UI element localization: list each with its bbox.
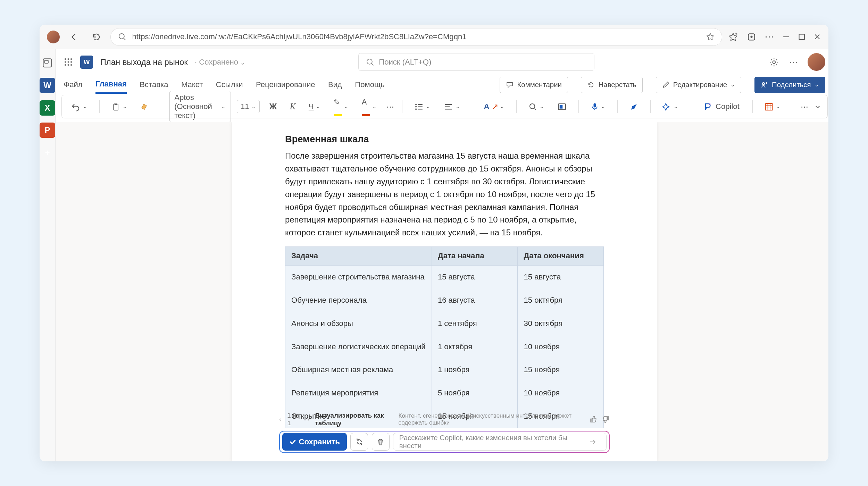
waffle-icon[interactable] xyxy=(64,57,73,67)
immersive-button[interactable] xyxy=(553,100,570,113)
rail-add-icon[interactable]: + xyxy=(40,145,55,160)
saved-status[interactable]: · Сохранено ⌄ xyxy=(195,58,245,67)
svg-point-22 xyxy=(530,104,535,109)
table-cell: 1 ноября xyxy=(432,358,518,382)
svg-point-26 xyxy=(709,103,711,105)
collections-icon[interactable] xyxy=(746,32,757,42)
comments-button[interactable]: Комментарии xyxy=(500,77,568,93)
table-cell: 15 августа xyxy=(432,265,518,288)
bold-button[interactable]: Ж xyxy=(266,100,280,113)
viz-label[interactable]: Визуализировать как таблицу xyxy=(315,412,393,427)
copilot-button[interactable]: Copilot xyxy=(699,100,744,113)
tab-insert[interactable]: Вставка xyxy=(140,77,168,93)
table-cell: 15 октября xyxy=(518,289,604,312)
rail-excel-icon[interactable]: X xyxy=(40,100,55,116)
word-app: W План выхода на рынок · Сохранено ⌄ Пои… xyxy=(56,49,828,461)
discard-button[interactable] xyxy=(372,433,390,451)
share-button[interactable]: Поделиться ⌄ xyxy=(754,77,825,93)
designer-button[interactable]: ⌄ xyxy=(659,100,682,113)
svg-point-15 xyxy=(773,61,775,64)
timeline-table: Задача Дата начала Дата окончания Заверш… xyxy=(285,246,604,428)
th-end: Дата окончания xyxy=(518,246,604,265)
svg-point-8 xyxy=(65,61,66,63)
send-icon[interactable] xyxy=(589,438,600,446)
keep-button[interactable]: Сохранить xyxy=(282,433,347,451)
tab-file[interactable]: Файл xyxy=(64,77,82,93)
tab-references[interactable]: Ссылки xyxy=(216,77,243,93)
prev-suggestion-icon[interactable]: ‹ xyxy=(279,416,281,423)
copilot-action-bar: Сохранить Расскажите Copilot, какие изме… xyxy=(279,431,610,453)
word-app-icon[interactable]: W xyxy=(80,56,93,68)
more-icon[interactable]: ⋯ xyxy=(765,31,774,42)
search-icon xyxy=(366,58,374,66)
styles-button[interactable]: A ⌄ xyxy=(480,100,508,113)
tab-review[interactable]: Рецензирование xyxy=(256,77,315,93)
document-title[interactable]: План выхода на рынок xyxy=(100,57,188,67)
svg-rect-4 xyxy=(45,60,48,63)
pager-label: 1 из 1 xyxy=(287,412,301,427)
tab-help[interactable]: Помощь xyxy=(355,77,384,93)
favorites-icon[interactable] xyxy=(728,32,738,42)
user-avatar[interactable] xyxy=(808,53,825,71)
svg-point-5 xyxy=(65,58,66,60)
table-cell: 30 октября xyxy=(518,312,604,335)
search-placeholder: Поиск (ALT+Q) xyxy=(379,58,431,67)
table-cell: 10 ноября xyxy=(518,382,604,405)
browser-window: https://onedrive.live.com/:w:/t/EaCKkPs6… xyxy=(40,25,828,461)
svg-point-11 xyxy=(65,64,66,66)
find-button[interactable]: ⌄ xyxy=(525,100,548,113)
tab-home[interactable]: Главная xyxy=(95,76,127,94)
table-cell: Репетиция мероприятия xyxy=(285,382,432,405)
star-add-icon[interactable] xyxy=(706,32,715,41)
minimize-button[interactable] xyxy=(782,33,790,41)
document-canvas[interactable]: Временная шкала После завершения строите… xyxy=(56,122,828,461)
table-cell: 1 сентября xyxy=(432,312,518,335)
svg-point-0 xyxy=(119,34,124,39)
editor-button[interactable] xyxy=(626,100,642,113)
align-button[interactable]: ⌄ xyxy=(440,100,463,113)
next-suggestion-icon[interactable]: › xyxy=(307,416,309,423)
table-grid-button[interactable]: ⌄ xyxy=(761,100,784,113)
paste-button[interactable]: ⌄ xyxy=(108,100,131,113)
maximize-button[interactable] xyxy=(798,33,805,40)
bullets-button[interactable]: ⌄ xyxy=(411,100,434,113)
close-button[interactable] xyxy=(813,33,821,41)
address-bar[interactable]: https://onedrive.live.com/:w:/t/EaCKkPs6… xyxy=(110,28,722,46)
refresh-button[interactable] xyxy=(88,28,105,45)
font-size-select[interactable]: 11⌄ xyxy=(237,100,260,113)
font-family-select[interactable]: Aptos (Основной текст)⌄ xyxy=(169,91,231,122)
more-icon[interactable]: ⋯ xyxy=(789,57,798,68)
copilot-prompt-input[interactable]: Расскажите Copilot, какие изменения вы х… xyxy=(393,433,607,451)
font-color-button[interactable]: A ⌄ xyxy=(358,96,381,117)
dictate-button[interactable]: ⌄ xyxy=(587,101,609,112)
settings-gear-icon[interactable] xyxy=(769,57,779,68)
catchup-button[interactable]: Наверстать xyxy=(581,77,643,93)
thumbs-up-icon[interactable] xyxy=(590,416,597,423)
share-icon xyxy=(761,81,768,89)
highlight-button[interactable]: ✎ ⌄ xyxy=(330,96,352,118)
more-toolbar-icon[interactable]: ⋯ xyxy=(801,102,808,111)
rail-tabs-icon[interactable] xyxy=(40,55,55,70)
underline-button[interactable]: Ч ⌄ xyxy=(305,100,324,113)
editing-mode-button[interactable]: Редактирование ⌄ xyxy=(656,77,742,93)
copilot-nav: ‹ 1 из 1 › Визуализировать как таблицу К… xyxy=(279,412,610,427)
tab-view[interactable]: Вид xyxy=(328,77,342,93)
svg-rect-24 xyxy=(559,105,562,108)
thumbs-down-icon[interactable] xyxy=(602,416,610,423)
italic-button[interactable]: К xyxy=(286,100,299,114)
svg-rect-2 xyxy=(799,34,804,40)
more-font-icon[interactable]: ⋯ xyxy=(386,102,394,111)
regenerate-button[interactable] xyxy=(350,433,368,451)
tab-layout[interactable]: Макет xyxy=(181,77,203,93)
rail-word-icon[interactable]: W xyxy=(40,78,55,93)
svg-point-14 xyxy=(367,59,372,64)
undo-button[interactable]: ⌄ xyxy=(68,100,91,113)
ribbon-collapse-icon[interactable] xyxy=(814,103,821,110)
search-input[interactable]: Поиск (ALT+Q) xyxy=(358,53,594,71)
search-icon xyxy=(118,33,126,41)
rail-powerpoint-icon[interactable]: P xyxy=(40,123,55,138)
format-painter-button[interactable] xyxy=(136,100,152,113)
profile-avatar-icon[interactable] xyxy=(47,31,60,43)
th-task: Задача xyxy=(285,246,432,265)
back-button[interactable] xyxy=(66,28,82,45)
